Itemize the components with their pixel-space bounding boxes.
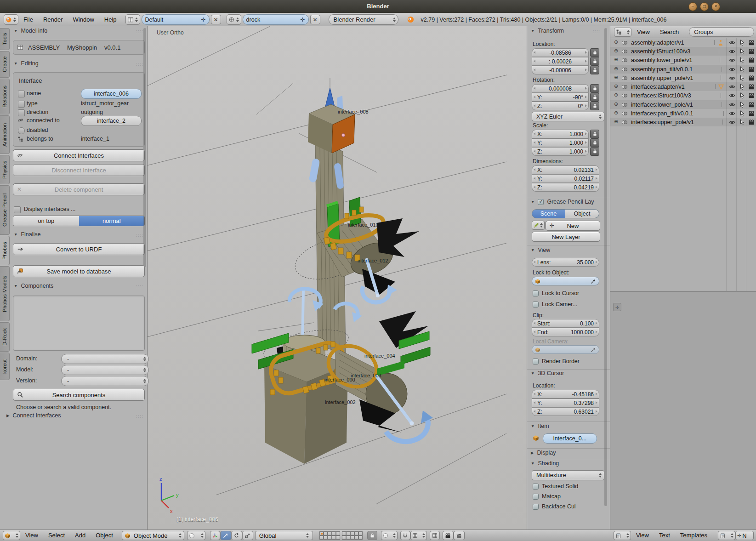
outliner-display-mode-button[interactable] (614, 28, 631, 37)
text-menu-view[interactable]: View (631, 529, 654, 541)
disabled-checkbox[interactable] (18, 127, 25, 134)
menu-help[interactable]: Help (99, 13, 122, 26)
editor-type-text-button[interactable] (614, 531, 631, 540)
render-camera-icon[interactable] (748, 57, 755, 63)
expand-icon[interactable]: ⊕ (614, 92, 618, 98)
lock-modes-button[interactable] (367, 531, 377, 540)
render-camera-icon[interactable] (748, 48, 755, 55)
layer-grid-right[interactable] (342, 531, 363, 540)
search-components-button[interactable]: Search components (13, 389, 145, 401)
rotation-mode-select[interactable]: XYZ Euler (532, 112, 604, 121)
opengl-render-button[interactable] (443, 531, 454, 540)
lens-field[interactable]: Lens:35.000 (532, 258, 599, 267)
panel-finalise-header[interactable]: ▼ Finalise (14, 231, 41, 238)
menu-window[interactable]: Window (68, 13, 99, 26)
expand-icon[interactable]: ⊕ (614, 101, 618, 107)
render-camera-icon[interactable] (748, 40, 755, 46)
connect-interfaces-button[interactable]: Connect Interfaces (13, 149, 145, 161)
interface-name-field[interactable]: interface_006 (81, 89, 142, 99)
panel-view-header[interactable]: ▼ View (531, 247, 550, 253)
clip-end-field[interactable]: End:1000.000 (532, 328, 599, 336)
lock-location-y-button[interactable] (590, 57, 599, 66)
panel-3d-cursor-header[interactable]: ▼ 3D Cursor (531, 370, 564, 376)
expand-icon[interactable]: ⊕ (614, 39, 618, 45)
tab-tools[interactable]: Tools (0, 28, 10, 50)
lock-scale-x-button[interactable] (590, 130, 599, 138)
proportional-edit-select[interactable] (381, 531, 398, 540)
snap-toggle-button[interactable] (400, 531, 410, 540)
lock-rotation-y-button[interactable] (590, 93, 599, 102)
render-camera-icon[interactable] (748, 66, 755, 73)
select-arrow-icon[interactable] (739, 92, 745, 99)
render-camera-icon[interactable] (748, 92, 755, 99)
editor-type-3dview-button[interactable] (3, 531, 20, 540)
render-camera-icon[interactable] (748, 110, 755, 117)
text-menu-text[interactable]: Text (654, 529, 675, 541)
outliner-row[interactable]: ⊕ assembly:iStruct100/v3 (610, 47, 756, 56)
gp-new-button[interactable]: ✛ New (546, 221, 600, 231)
tab-phobos[interactable]: Phobos (0, 236, 10, 265)
expand-icon[interactable]: ⊕ (614, 119, 618, 125)
lock-to-cursor-checkbox[interactable] (533, 290, 539, 296)
viewport-menu-add[interactable]: Add (70, 529, 91, 541)
outliner-row[interactable]: ⊕ interfaces:pan_tilt/v0.0.1 (610, 109, 756, 118)
scene-icon-button[interactable] (227, 14, 241, 25)
convert-to-urdf-button[interactable]: Convert to URDF (13, 243, 145, 255)
eye-icon[interactable] (729, 75, 735, 81)
gp-data-selector[interactable] (532, 221, 545, 230)
panel-item-header[interactable]: ▼ Item (531, 423, 549, 429)
tab-create[interactable]: Create (0, 51, 10, 78)
viewport-menu-object[interactable]: Object (91, 529, 118, 541)
tab-grease-pencil[interactable]: Grease Pencil (0, 185, 10, 235)
disconnect-interface-button[interactable]: Disconnect Interface (13, 164, 145, 176)
manipulator-toggle-button[interactable] (210, 531, 220, 540)
render-border-checkbox[interactable] (533, 359, 539, 364)
tab-d-rock[interactable]: D-Rock (0, 322, 10, 352)
outliner-row[interactable]: ⊕ assembly:pan_tilt/v0.0.1 (610, 65, 756, 74)
select-arrow-icon[interactable] (739, 84, 745, 90)
select-arrow-icon[interactable] (739, 75, 745, 81)
lock-rotation-z-button[interactable] (590, 102, 599, 110)
panel-drag-dots[interactable]: :::: (136, 232, 143, 238)
render-camera-icon[interactable] (748, 75, 755, 81)
eye-icon[interactable] (729, 92, 735, 99)
delete-layout-button[interactable]: ✕ (211, 15, 221, 24)
select-arrow-icon[interactable] (739, 110, 745, 117)
matcap-checkbox[interactable] (533, 494, 539, 500)
eye-icon[interactable] (729, 66, 735, 73)
eye-icon[interactable] (729, 57, 735, 63)
backface-culling-checkbox[interactable] (533, 504, 539, 510)
layer-switcher[interactable] (319, 531, 363, 540)
menu-file[interactable]: File (18, 13, 38, 26)
item-name-field[interactable]: interface_0... (543, 433, 597, 444)
text-editor-area[interactable]: ✛ (610, 292, 756, 530)
panel-editing-header[interactable]: ▼ Editing (14, 60, 39, 67)
clip-start-field[interactable]: Start:0.100 (532, 319, 599, 328)
rotate-manipulator-button[interactable] (231, 531, 242, 540)
close-button[interactable]: × (711, 2, 720, 11)
outliner-row[interactable]: ⊕ assembly:lower_pole/v1 (610, 56, 756, 64)
lock-scale-y-button[interactable] (590, 138, 599, 147)
lock-location-x-button[interactable] (590, 48, 599, 57)
new-text-button[interactable]: ✛ N (735, 531, 754, 540)
outliner-row[interactable]: ⊕ interfaces:iStruct100/v3 (610, 91, 756, 100)
outliner-row[interactable]: ⊕ assembly:upper_pole/v1 (610, 74, 756, 82)
select-arrow-icon[interactable] (739, 48, 745, 55)
eyedropper-icon[interactable] (591, 279, 596, 284)
textured-solid-checkbox[interactable] (533, 484, 539, 490)
eye-icon[interactable] (729, 84, 735, 90)
render-camera-icon[interactable] (748, 102, 755, 108)
expand-icon[interactable]: ⊕ (614, 74, 618, 80)
text-menu-templates[interactable]: Templates (675, 529, 712, 541)
scale-manipulator-button[interactable] (242, 531, 253, 540)
panel-transform-header[interactable]: ▼ Transform (531, 28, 564, 34)
outliner-row[interactable]: ⊕ interfaces:adapter/v1 (610, 82, 756, 91)
rotation-z-field[interactable]: Z:0° (532, 102, 589, 110)
text-block-selector[interactable] (718, 531, 735, 540)
translate-manipulator-button[interactable] (220, 531, 231, 540)
render-camera-icon[interactable] (748, 84, 755, 90)
cursor-z-field[interactable]: Z:0.63021 (532, 407, 599, 416)
expand-icon[interactable]: ⊕ (614, 57, 618, 63)
rotation-x-field[interactable]: 0.000008 (532, 84, 589, 93)
black-propeller-mid[interactable] (377, 218, 419, 257)
